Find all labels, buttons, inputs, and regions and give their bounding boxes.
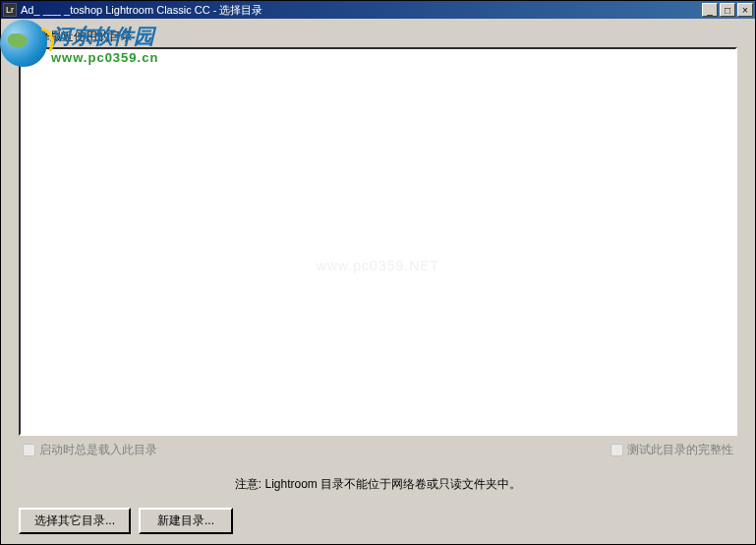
test-integrity-checkbox[interactable]: 测试此目录的完整性: [611, 442, 733, 458]
recent-catalogs-label: 选择最近使用的目录: [19, 29, 737, 45]
always-load-input[interactable]: [23, 444, 35, 456]
note-text: 注意: Lightroom 目录不能位于网络卷或只读文件夹中。: [19, 476, 737, 493]
always-load-checkbox[interactable]: 启动时总是载入此目录: [23, 442, 157, 458]
dialog-body: 选择最近使用的目录 启动时总是载入此目录 测试此目录的完整性 注意: Light…: [1, 19, 755, 505]
always-load-label: 启动时总是载入此目录: [39, 442, 157, 458]
test-integrity-input[interactable]: [611, 444, 623, 456]
window-title: Ad_ ___ _toshop Lightroom Classic CC - 选…: [21, 3, 700, 18]
test-integrity-label: 测试此目录的完整性: [627, 442, 733, 458]
checkbox-row: 启动时总是载入此目录 测试此目录的完整性: [19, 436, 737, 458]
app-icon: Lr: [3, 3, 17, 17]
choose-other-catalog-button[interactable]: 选择其它目录...: [19, 508, 131, 534]
recent-catalogs-listbox[interactable]: [19, 47, 737, 436]
minimize-button[interactable]: _: [702, 3, 718, 17]
titlebar: Lr Ad_ ___ _toshop Lightroom Classic CC …: [1, 1, 755, 19]
close-button[interactable]: ×: [737, 3, 753, 17]
button-row: 选择其它目录... 新建目录...: [19, 508, 233, 534]
listbox-content: [21, 49, 735, 434]
maximize-button[interactable]: □: [720, 3, 735, 17]
create-new-catalog-button[interactable]: 新建目录...: [139, 508, 233, 534]
window-controls: _ □ ×: [700, 3, 753, 17]
